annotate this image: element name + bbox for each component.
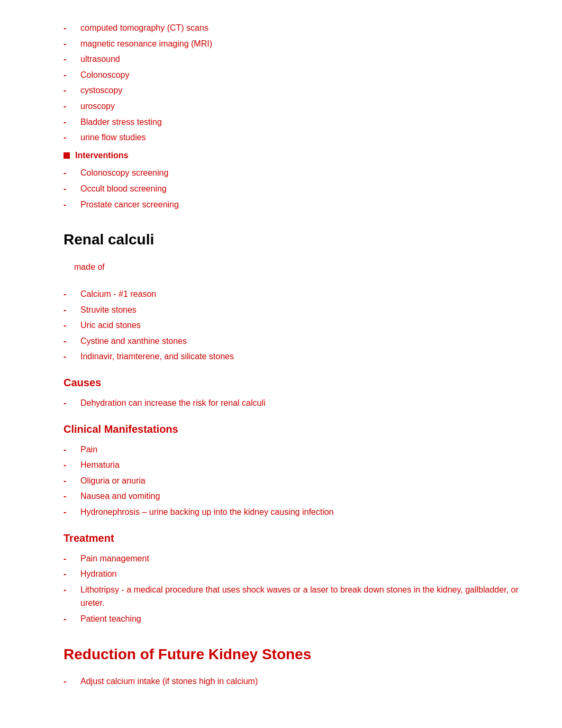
list-item: -Patient teaching bbox=[64, 612, 530, 626]
list-item: -cystoscopy bbox=[64, 84, 530, 97]
dash-icon: - bbox=[64, 505, 76, 519]
interventions-label: Interventions bbox=[64, 149, 530, 162]
dash-icon: - bbox=[64, 52, 76, 66]
square-icon bbox=[64, 152, 70, 159]
renal-calculi-heading: Renal calculi bbox=[64, 228, 530, 252]
clinical-manifestations-heading: Clinical Manifestations bbox=[64, 421, 530, 438]
list-item-text: Oliguria or anuria bbox=[80, 474, 146, 488]
dash-icon: - bbox=[64, 675, 76, 688]
dash-icon: - bbox=[64, 583, 76, 597]
list-item: -Indinavir, triamterene, and silicate st… bbox=[64, 350, 530, 363]
dash-icon: - bbox=[64, 567, 76, 581]
list-item-text: Pain bbox=[80, 443, 97, 457]
dash-icon: - bbox=[64, 350, 76, 363]
list-item-text: urine flow studies bbox=[80, 131, 146, 144]
dash-icon: - bbox=[64, 131, 76, 144]
dash-icon: - bbox=[64, 458, 76, 472]
list-item: -Cystine and xanthine stones bbox=[64, 334, 530, 348]
interventions-list: -Colonoscopy screening-Occult blood scre… bbox=[64, 166, 530, 211]
dash-icon: - bbox=[64, 182, 76, 196]
list-item: -ultrasound bbox=[64, 52, 530, 66]
treatment-heading: Treatment bbox=[64, 530, 530, 547]
list-item-text: uroscopy bbox=[80, 99, 115, 113]
list-item-text: Nausea and vomiting bbox=[80, 489, 160, 503]
dash-icon: - bbox=[64, 99, 76, 113]
reduction-list: -Adjust calcium intake (if stones high i… bbox=[64, 675, 530, 688]
dash-icon: - bbox=[64, 552, 76, 566]
list-item: -uroscopy bbox=[64, 99, 530, 113]
list-item-text: magnetic resonance imaging (MRI) bbox=[80, 37, 212, 51]
dash-icon: - bbox=[64, 21, 76, 35]
dash-icon: - bbox=[64, 166, 76, 180]
dash-icon: - bbox=[64, 198, 76, 212]
list-item-text: cystoscopy bbox=[80, 84, 122, 97]
list-item-text: Struvite stones bbox=[80, 303, 137, 317]
list-item-text: Colonoscopy screening bbox=[80, 166, 168, 180]
list-item-text: Uric acid stones bbox=[80, 319, 141, 332]
dash-icon: - bbox=[64, 319, 76, 332]
list-item: -Hydration bbox=[64, 567, 530, 581]
list-item: -Pain management bbox=[64, 552, 530, 566]
list-item: -Calcium - #1 reason bbox=[64, 287, 530, 301]
list-item: -Hydronephrosis – urine backing up into … bbox=[64, 505, 530, 519]
list-item: -Dehydration can increase the risk for r… bbox=[64, 396, 530, 410]
list-item-text: Prostate cancer screening bbox=[80, 198, 179, 212]
dash-icon: - bbox=[64, 84, 76, 97]
list-item: -Adjust calcium intake (if stones high i… bbox=[64, 675, 530, 688]
dash-icon: - bbox=[64, 303, 76, 317]
list-item: -magnetic resonance imaging (MRI) bbox=[64, 37, 530, 51]
treatment-list: -Pain management-Hydration-Lithotripsy -… bbox=[64, 552, 530, 626]
dash-icon: - bbox=[64, 115, 76, 129]
list-item-text: ultrasound bbox=[80, 52, 120, 66]
clinical-list: -Pain-Hematuria-Oliguria or anuria-Nause… bbox=[64, 443, 530, 519]
list-item: -Nausea and vomiting bbox=[64, 489, 530, 503]
reduction-heading: Reduction of Future Kidney Stones bbox=[64, 643, 530, 667]
made-of-list: -Calcium - #1 reason-Struvite stones-Uri… bbox=[64, 287, 530, 363]
list-item-text: Dehydration can increase the risk for re… bbox=[80, 396, 266, 410]
dash-icon: - bbox=[64, 287, 76, 301]
list-item-text: Lithotripsy - a medical procedure that u… bbox=[80, 583, 530, 610]
list-item: -Lithotripsy - a medical procedure that … bbox=[64, 583, 530, 610]
list-item-text: Cystine and xanthine stones bbox=[80, 334, 187, 348]
list-item-text: Patient teaching bbox=[80, 612, 141, 626]
made-of-label: made of bbox=[74, 260, 530, 274]
list-item: -urine flow studies bbox=[64, 131, 530, 144]
dash-icon: - bbox=[64, 37, 76, 51]
dash-icon: - bbox=[64, 334, 76, 348]
list-item-text: Indinavir, triamterene, and silicate sto… bbox=[80, 350, 234, 363]
list-item: -Pain bbox=[64, 443, 530, 457]
list-item-text: Hematuria bbox=[80, 458, 120, 472]
list-item-text: Calcium - #1 reason bbox=[80, 287, 156, 301]
dash-icon: - bbox=[64, 396, 76, 410]
list-item-text: Adjust calcium intake (if stones high in… bbox=[80, 675, 258, 688]
list-item: -Colonoscopy bbox=[64, 68, 530, 82]
list-item: -Occult blood screening bbox=[64, 182, 530, 196]
list-item: -Uric acid stones bbox=[64, 319, 530, 332]
list-item-text: Hydronephrosis – urine backing up into t… bbox=[80, 505, 334, 519]
list-item: -Hematuria bbox=[64, 458, 530, 472]
list-item-text: Occult blood screening bbox=[80, 182, 167, 196]
dash-icon: - bbox=[64, 474, 76, 488]
list-item-text: Pain management bbox=[80, 552, 149, 566]
list-item: -Prostate cancer screening bbox=[64, 198, 530, 212]
dash-icon: - bbox=[64, 68, 76, 82]
list-item: -Bladder stress testing bbox=[64, 115, 530, 129]
dash-icon: - bbox=[64, 612, 76, 626]
dash-icon: - bbox=[64, 489, 76, 503]
list-item: -Oliguria or anuria bbox=[64, 474, 530, 488]
interventions-heading-text: Interventions bbox=[75, 149, 128, 162]
list-item: -Colonoscopy screening bbox=[64, 166, 530, 180]
top-list-section: -computed tomography (CT) scans-magnetic… bbox=[64, 21, 530, 144]
list-item-text: computed tomography (CT) scans bbox=[80, 21, 209, 35]
list-item-text: Bladder stress testing bbox=[80, 115, 162, 129]
list-item: -computed tomography (CT) scans bbox=[64, 21, 530, 35]
causes-heading: Causes bbox=[64, 374, 530, 391]
dash-icon: - bbox=[64, 443, 76, 457]
causes-list: -Dehydration can increase the risk for r… bbox=[64, 396, 530, 410]
list-item-text: Hydration bbox=[80, 567, 116, 581]
list-item-text: Colonoscopy bbox=[80, 68, 130, 82]
list-item: -Struvite stones bbox=[64, 303, 530, 317]
